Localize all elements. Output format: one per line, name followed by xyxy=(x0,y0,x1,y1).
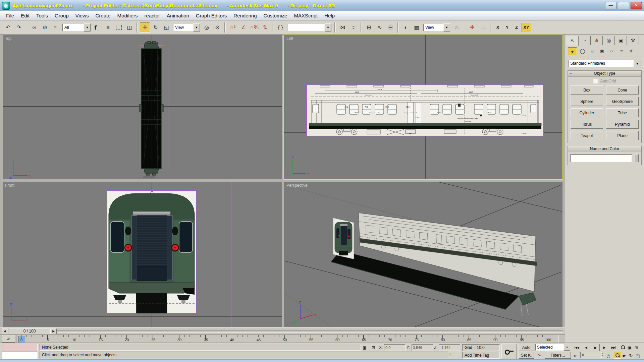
box-button[interactable]: Box xyxy=(571,85,603,95)
category-lights-icon[interactable]: ☼ xyxy=(588,47,596,55)
category-shapes-icon[interactable]: ◯ xyxy=(578,47,587,55)
viewport-perspective[interactable]: Z x Y Perspective xyxy=(284,182,562,327)
viewport-front-canvas[interactable]: Z x xyxy=(3,182,282,327)
quick-render-icon[interactable]: ♨ xyxy=(452,22,462,33)
key-filter-dropdown[interactable]: Selected ▼ xyxy=(535,344,570,351)
add-time-tag[interactable]: Add Time Tag xyxy=(462,352,500,359)
cylinder-button[interactable]: Cylinder xyxy=(571,108,603,117)
go-to-start-button[interactable]: |◀◀ xyxy=(572,344,581,351)
menu-reactor[interactable]: reactor xyxy=(141,12,163,19)
arc-rotate-icon[interactable]: ↻ xyxy=(628,352,634,359)
tab-motion-icon[interactable]: ◎ xyxy=(603,36,615,45)
train-top-view-model[interactable] xyxy=(139,41,163,178)
time-slider-next-arrow[interactable]: ▶ xyxy=(50,328,57,334)
parameter-wiring-icon[interactable]: ∴ xyxy=(478,22,488,33)
menu-tools[interactable]: Tools xyxy=(33,12,51,19)
y-coord-field[interactable] xyxy=(412,344,433,351)
torus-button[interactable]: Torus xyxy=(571,120,603,129)
select-and-rotate-icon[interactable]: ↻ xyxy=(151,22,161,33)
dropdown-arrow-icon[interactable]: ▼ xyxy=(325,23,331,32)
viewport-top-canvas[interactable]: Y x Z xyxy=(3,35,282,179)
front-blueprint-plane-3d[interactable] xyxy=(333,218,354,259)
maxscript-listener-pink[interactable] xyxy=(2,344,38,351)
viewport-perspective-label[interactable]: Perspective xyxy=(286,183,308,188)
play-button[interactable]: ▶ xyxy=(591,344,600,351)
dropdown-arrow-icon[interactable]: ▼ xyxy=(193,23,200,32)
dropdown-arrow-icon[interactable]: ▼ xyxy=(443,23,450,32)
menu-maxscript[interactable]: MAXScript xyxy=(290,12,321,19)
select-object-icon[interactable] xyxy=(92,22,102,33)
asset-tool-icon[interactable]: ✚ xyxy=(467,22,477,33)
layer-manager-icon[interactable]: ⊞ xyxy=(364,22,374,33)
close-button[interactable]: × xyxy=(631,2,642,9)
category-systems-icon[interactable]: ✳ xyxy=(627,47,635,55)
tab-modify-icon[interactable]: ◔ xyxy=(579,36,591,45)
object-color-swatch[interactable] xyxy=(635,154,639,162)
autogrid-checkbox[interactable] xyxy=(593,79,598,83)
time-slider-button[interactable]: 0 / 100 xyxy=(9,328,50,334)
unlink-selection-icon[interactable]: ⊘ xyxy=(40,22,50,33)
go-to-end-button[interactable]: ▶▶| xyxy=(609,344,618,351)
category-cameras-icon[interactable]: ◉ xyxy=(598,47,606,55)
align-icon[interactable]: ≑ xyxy=(348,22,359,33)
viewport-front-label[interactable]: Front xyxy=(5,183,14,188)
redo-icon[interactable]: ↷ xyxy=(14,22,24,33)
menu-views[interactable]: Views xyxy=(72,12,92,19)
select-and-link-icon[interactable]: ∞ xyxy=(29,22,39,33)
menu-edit[interactable]: Edit xyxy=(17,12,33,19)
dropdown-arrow-icon[interactable]: ▼ xyxy=(564,344,570,351)
current-frame-field[interactable]: 0 xyxy=(580,352,602,358)
set-keys-button[interactable] xyxy=(501,344,517,359)
menu-rendering[interactable]: Rendering xyxy=(230,12,260,19)
maxscript-listener-white[interactable] xyxy=(2,352,38,359)
dropdown-arrow-icon[interactable]: ▼ xyxy=(634,60,641,67)
menu-modifiers[interactable]: Modifiers xyxy=(114,12,141,19)
angle-snap-toggle-icon[interactable]: ∠ xyxy=(238,22,249,33)
train-side-blueprint-plane[interactable]: 205.4 150.8 168.7 Kastenteil 1 Kastentei… xyxy=(307,85,543,136)
use-pivot-point-center-icon[interactable]: ◎ xyxy=(202,22,212,33)
category-helpers-icon[interactable]: ▱ xyxy=(607,47,616,55)
restrict-x-button[interactable]: X xyxy=(493,23,502,32)
geosphere-button[interactable]: GeoSphere xyxy=(606,97,639,106)
primitive-category-dropdown[interactable]: Standard Primitives ▼ xyxy=(568,60,641,67)
auto-key-button[interactable]: Auto xyxy=(519,344,534,351)
tab-hierarchy-icon[interactable]: ⋔ xyxy=(591,36,603,45)
viewport-left[interactable]: 205.4 150.8 168.7 Kastenteil 1 Kastentei… xyxy=(284,35,562,179)
tab-utilities-icon[interactable]: ⚒ xyxy=(627,36,639,45)
filters-button[interactable]: Filters... xyxy=(545,352,571,359)
dropdown-arrow-icon[interactable]: ▼ xyxy=(84,23,91,32)
bind-to-space-warp-icon[interactable]: ≈ xyxy=(51,22,61,33)
mini-curve-editor-button[interactable]: ⇵ xyxy=(2,336,15,343)
teapot-button[interactable]: Teapot xyxy=(571,131,603,140)
viewport-perspective-canvas[interactable]: Z x Y xyxy=(284,182,562,327)
window-crossing-icon[interactable]: ◫ xyxy=(124,22,135,33)
reference-coordinate-system-dropdown[interactable]: View ▼ xyxy=(173,24,200,31)
plane-button[interactable]: Plane xyxy=(606,131,639,140)
curve-editor-icon[interactable]: ∿ xyxy=(375,22,385,33)
absolute-offset-mode-icon[interactable]: ⊡ xyxy=(370,345,377,351)
render-preset-dropdown[interactable]: View ▼ xyxy=(423,24,450,31)
zoom-icon[interactable] xyxy=(620,344,626,351)
named-selection-dropdown[interactable]: ▼ xyxy=(287,24,331,31)
track-bar-ruler[interactable]: 0 5 10 15 20 25 30 35 40 45 50 55 60 65 … xyxy=(16,335,559,343)
select-and-scale-icon[interactable]: ◱ xyxy=(161,22,171,33)
viewport-top[interactable]: Y x Z Top xyxy=(3,35,282,179)
sphere-button[interactable]: Sphere xyxy=(571,97,603,106)
select-and-move-icon[interactable]: ✛ xyxy=(140,22,150,33)
viewport-left-label[interactable]: Left xyxy=(286,36,293,41)
previous-frame-button[interactable]: ◀| xyxy=(582,344,590,351)
time-configuration-icon[interactable]: ◷ xyxy=(605,352,612,359)
object-type-rollout-header[interactable]: − Object Type xyxy=(568,71,641,77)
spinner-snap-toggle-icon[interactable]: ⇅ xyxy=(260,22,270,33)
category-spacewarps-icon[interactable]: ≋ xyxy=(617,47,626,55)
set-key-button[interactable]: Set K. xyxy=(519,352,534,359)
render-scene-dialog-icon[interactable]: ▦ xyxy=(412,22,422,33)
next-frame-button[interactable]: |▶ xyxy=(600,344,608,351)
menu-file[interactable]: File xyxy=(3,12,17,19)
z-coord-field[interactable] xyxy=(439,344,460,351)
menu-animation[interactable]: Animation xyxy=(163,12,193,19)
select-by-name-icon[interactable]: ≡ xyxy=(103,22,113,33)
restrict-z-button[interactable]: Z xyxy=(512,23,521,32)
percent-snap-toggle-icon[interactable]: ∩% xyxy=(249,22,259,33)
schematic-view-icon[interactable]: ⊟ xyxy=(385,22,395,33)
